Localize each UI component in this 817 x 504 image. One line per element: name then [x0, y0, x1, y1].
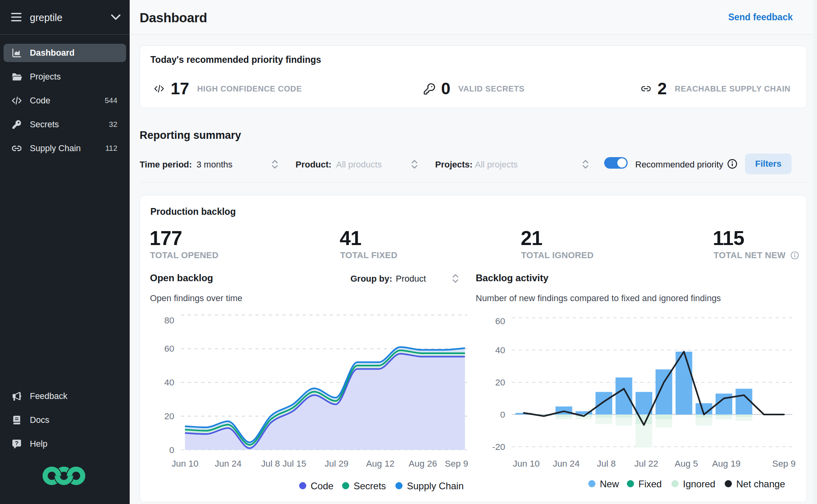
svg-text:?: ? [15, 440, 18, 446]
